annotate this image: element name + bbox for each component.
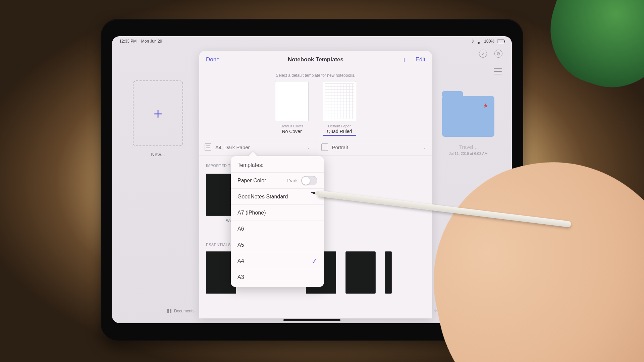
folder-name: Travel⌄: [439, 144, 498, 150]
add-template-button[interactable]: ＋: [400, 54, 408, 65]
essential-thumb-4[interactable]: [385, 251, 392, 294]
paper-icon: [205, 143, 211, 151]
done-button[interactable]: Done: [206, 56, 220, 63]
star-outline-icon: ☆: [434, 309, 437, 313]
edit-button[interactable]: Edit: [416, 56, 425, 63]
paper-size-selector[interactable]: A4, Dark Paper ⌄: [199, 139, 316, 155]
orientation-icon: [321, 143, 328, 151]
size-goodnotes-standard[interactable]: GoodNotes Standard: [231, 188, 324, 204]
chevron-down-icon: ⌄: [307, 145, 310, 150]
sync-icon[interactable]: ✓: [479, 50, 487, 58]
size-a7[interactable]: A7 (iPhone): [231, 204, 324, 221]
paper-color-toggle[interactable]: [301, 176, 317, 185]
battery-pct: 100%: [484, 39, 494, 44]
tab-documents[interactable]: Documents: [167, 309, 195, 313]
settings-gear-icon[interactable]: ⚙: [494, 50, 502, 58]
modal-subtitle: Select a default template for new notebo…: [199, 68, 432, 81]
size-a3[interactable]: A3: [231, 269, 324, 285]
folder-timestamp: Jul 11, 2019 at 6:03 AM: [439, 152, 498, 156]
home-indicator[interactable]: [283, 319, 340, 321]
default-paper-option[interactable]: Default Paper Quad Ruled: [323, 81, 356, 134]
checkmark-icon: ✓: [312, 257, 317, 265]
status-bar: 12:33 PM Mon Jun 29 ☽ 100%: [112, 36, 512, 46]
plus-icon: ＋: [151, 104, 165, 123]
size-a4[interactable]: A4 ✓: [231, 253, 324, 269]
default-cover-option[interactable]: Default Cover No Cover: [275, 81, 309, 134]
essential-thumb-3[interactable]: [345, 251, 376, 294]
folder-travel[interactable]: ★: [442, 96, 494, 137]
dnd-icon: ☽: [470, 39, 474, 44]
star-icon: ★: [483, 102, 488, 109]
modal-title: Notebook Templates: [199, 56, 432, 63]
menu-icon[interactable]: [494, 68, 502, 74]
modal-header: Done Notebook Templates ＋ Edit: [199, 51, 432, 68]
battery-icon: [497, 40, 504, 43]
paper-size-popover: Templates: Paper Color Dark GoodNotes St…: [231, 156, 324, 287]
size-a5[interactable]: A5: [231, 237, 324, 253]
size-a6[interactable]: A6: [231, 221, 324, 237]
orientation-selector[interactable]: Portrait ⌄: [316, 139, 432, 155]
status-date: Mon Jun 29: [141, 39, 162, 44]
wifi-icon: [477, 39, 481, 44]
new-notebook-tile[interactable]: ＋: [133, 80, 183, 146]
status-time: 12:33 PM: [119, 39, 137, 44]
popover-heading: Templates:: [231, 162, 324, 172]
paper-color-value: Dark: [287, 178, 298, 183]
chevron-down-icon: ⌄: [423, 145, 427, 150]
paper-color-row[interactable]: Paper Color Dark: [231, 172, 324, 188]
default-templates-row: Default Cover No Cover Default Paper Qua…: [199, 81, 432, 139]
chevron-down-icon: ⌄: [474, 145, 477, 149]
new-notebook-label: New...: [133, 152, 183, 157]
grid-icon: [167, 309, 171, 313]
